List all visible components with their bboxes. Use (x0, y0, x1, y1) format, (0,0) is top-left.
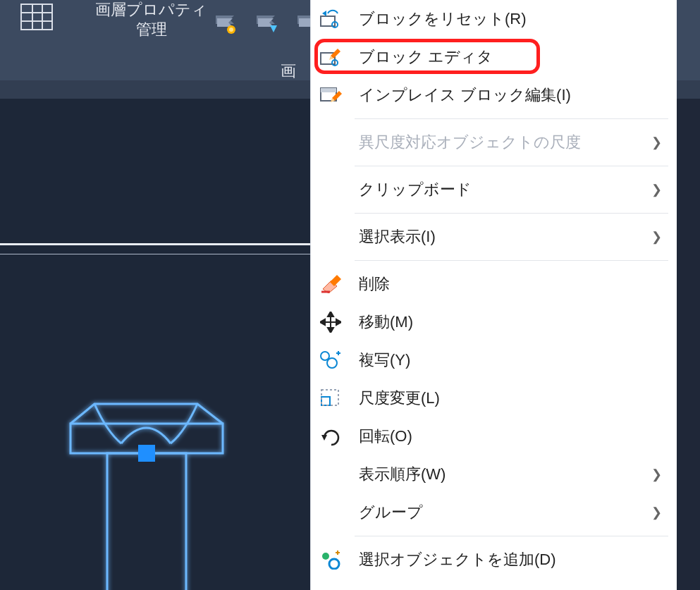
svg-point-42 (329, 559, 339, 569)
menu-copy[interactable]: 複写(Y) (311, 341, 677, 379)
menu-reset-block[interactable]: ブロックをリセット(R) (311, 0, 677, 38)
selection-grip-icon[interactable] (138, 445, 155, 462)
svg-rect-14 (70, 424, 223, 453)
block-editor-icon (315, 44, 346, 70)
svg-marker-33 (328, 328, 333, 333)
menu-erase-label: 削除 (359, 274, 663, 295)
menu-erase[interactable]: 削除 (311, 265, 677, 303)
menu-isolate-label: 選択表示(I) (359, 226, 639, 247)
inplace-edit-icon (315, 82, 346, 108)
menu-group[interactable]: グループ ❯ (311, 493, 677, 531)
svg-marker-34 (320, 319, 325, 325)
menu-scale[interactable]: 尺度変更(L) (311, 379, 677, 417)
menu-annotative-scale-label: 異尺度対応オブジェクトの尺度 (359, 132, 639, 153)
group-icon (315, 500, 346, 525)
layer-properties-label-l2: 管理 (136, 20, 167, 38)
layer-properties-button[interactable]: 画層プロパティ 管理 (95, 0, 207, 39)
scale-icon (315, 386, 346, 411)
submenu-arrow-icon: ❯ (651, 229, 663, 245)
menu-draw-order-label: 表示順序(W) (359, 464, 639, 485)
menu-add-selected[interactable]: 選択オブジェクトを追加(D) (311, 541, 677, 579)
menu-block-editor-label: ブロック エディタ (359, 47, 663, 68)
menu-block-editor[interactable]: ブロック エディタ (311, 38, 677, 76)
reset-block-icon (315, 6, 346, 32)
layer-state-1-icon[interactable] (211, 8, 240, 37)
add-selected-icon (315, 547, 346, 572)
submenu-arrow-icon: ❯ (651, 505, 663, 520)
draw-order-icon (315, 462, 346, 487)
menu-isolate[interactable]: 選択表示(I) ❯ (311, 218, 677, 256)
svg-rect-24 (321, 88, 336, 92)
erase-icon (315, 271, 346, 297)
svg-point-41 (322, 553, 329, 560)
svg-point-37 (327, 358, 337, 368)
layer-properties-label-l1: 画層プロパティ (95, 1, 207, 18)
menu-clipboard-label: クリップボード (359, 179, 639, 200)
menu-separator (355, 260, 668, 261)
menu-inplace-edit[interactable]: インプレイス ブロック編集(I) (311, 76, 677, 114)
submenu-arrow-icon: ❯ (651, 135, 663, 150)
svg-marker-40 (321, 435, 327, 441)
svg-marker-11 (270, 25, 277, 32)
clipboard-icon (315, 177, 346, 202)
copy-icon (315, 348, 346, 373)
menu-reset-block-label: ブロックをリセット(R) (359, 8, 663, 30)
bolt-block-selected[interactable] (56, 398, 240, 590)
layer-state-2-icon[interactable] (252, 8, 281, 37)
svg-point-8 (229, 27, 233, 32)
menu-inplace-edit-label: インプレイス ブロック編集(I) (359, 85, 663, 106)
table-icon[interactable] (20, 3, 54, 31)
canvas-guideline-1 (0, 243, 310, 245)
move-icon (315, 309, 346, 335)
menu-separator (355, 118, 668, 119)
menu-separator (355, 166, 668, 166)
menu-clipboard[interactable]: クリップボード ❯ (311, 171, 677, 209)
menu-rotate[interactable]: 回転(O) (311, 417, 677, 455)
drawing-canvas[interactable] (0, 99, 310, 590)
svg-marker-18 (322, 11, 326, 16)
svg-marker-35 (336, 319, 341, 325)
svg-point-36 (321, 352, 329, 360)
isolate-icon (315, 224, 346, 250)
menu-group-label: グループ (359, 502, 639, 523)
svg-marker-32 (328, 312, 333, 316)
menu-annotative-scale: 異尺度対応オブジェクトの尺度 ❯ (311, 123, 677, 161)
menu-separator (355, 536, 668, 536)
ribbon-section-label: 画 (281, 61, 296, 82)
submenu-arrow-icon: ❯ (651, 467, 663, 482)
menu-scale-label: 尺度変更(L) (359, 388, 663, 409)
menu-separator (355, 213, 668, 214)
submenu-arrow-icon: ❯ (651, 182, 663, 197)
rotate-icon (315, 424, 346, 449)
canvas-guideline-2 (0, 254, 310, 254)
menu-copy-label: 複写(Y) (359, 350, 663, 371)
annotative-scale-icon (315, 130, 346, 155)
menu-draw-order[interactable]: 表示順序(W) ❯ (311, 455, 677, 493)
svg-rect-0 (21, 4, 52, 30)
menu-add-selected-label: 選択オブジェクトを追加(D) (359, 549, 663, 570)
svg-rect-38 (321, 397, 330, 405)
menu-rotate-label: 回転(O) (359, 426, 663, 447)
layer-state-icons (211, 8, 321, 37)
context-menu: ブロックをリセット(R) ブロック エディタ インプレイス ブロック編集(I) (310, 0, 677, 590)
menu-move[interactable]: 移動(M) (311, 303, 677, 341)
menu-move-label: 移動(M) (359, 312, 663, 333)
svg-rect-15 (107, 453, 186, 590)
